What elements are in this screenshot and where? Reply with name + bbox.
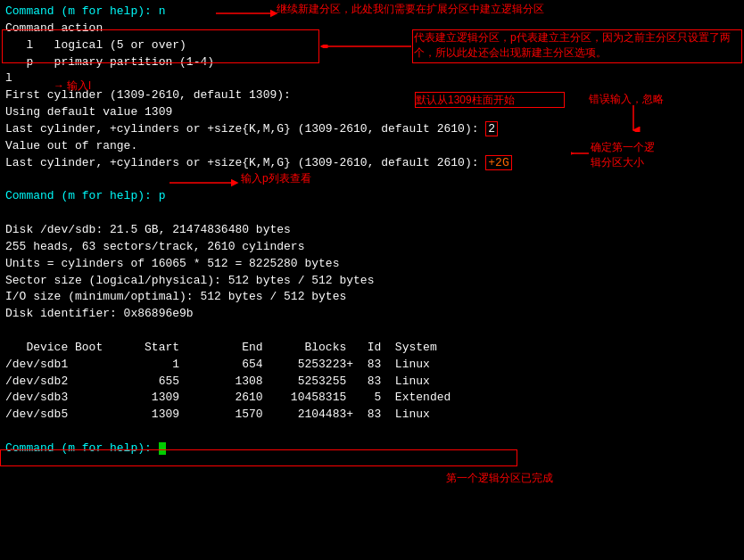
line-13	[5, 205, 739, 222]
line-15: 255 heads, 63 sectors/track, 2610 cylind…	[5, 239, 739, 256]
line-22: /dev/sdb1 1 654 5253223+ 83 Linux	[5, 357, 739, 374]
line-17: Sector size (logical/physical): 512 byte…	[5, 273, 739, 290]
line-5: l	[5, 70, 739, 87]
annotation-input-p: 输入p列表查看	[241, 171, 311, 186]
arrow-size	[571, 148, 591, 159]
arrow-n	[214, 5, 278, 21]
arrow-logical	[319, 45, 412, 48]
annotation-confirm-size: 确定第一个逻辑分区大小	[591, 140, 655, 170]
arrow-error	[624, 105, 642, 132]
line-25: /dev/sdb5 1309 1570 2104483+ 83 Linux	[5, 407, 739, 424]
line-23: /dev/sdb2 655 1308 5253255 83 Linux	[5, 374, 739, 391]
annotation-input-l: → 输入l	[54, 78, 91, 94]
line-20	[5, 323, 739, 340]
line-11	[5, 171, 739, 188]
line-14: Disk /dev/sdb: 21.5 GB, 21474836480 byte…	[5, 222, 739, 239]
terminal: Command (m for help): n Command action l…	[0, 0, 744, 461]
line-19: Disk identifier: 0x86896e9b	[5, 306, 739, 323]
sdb5-highlight-box	[0, 449, 517, 466]
line-18: I/O size (minimum/optimal): 512 bytes / …	[5, 289, 739, 306]
line-21: Device Boot Start End Blocks Id System	[5, 340, 739, 357]
line-12: Command (m for help): p	[5, 188, 739, 205]
line-26	[5, 424, 739, 441]
annotation-n-text: 继续新建分区，此处我们需要在扩展分区中建立逻辑分区	[277, 2, 544, 17]
annotation-partition-done: 第一个逻辑分区已完成	[446, 471, 553, 486]
logical-primary-box	[2, 29, 319, 63]
line-24: /dev/sdb3 1309 2610 10458315 5 Extended	[5, 390, 739, 407]
annotation-default-1309: 默认从1309柱面开始	[416, 93, 515, 108]
arrow-p	[168, 175, 239, 191]
line-16: Units = cylinders of 16065 * 512 = 82252…	[5, 256, 739, 273]
annotation-logical-text: 代表建立逻辑分区，p代表建立主分区，因为之前主分区只设置了两个，所以此处还会出现…	[414, 30, 742, 61]
